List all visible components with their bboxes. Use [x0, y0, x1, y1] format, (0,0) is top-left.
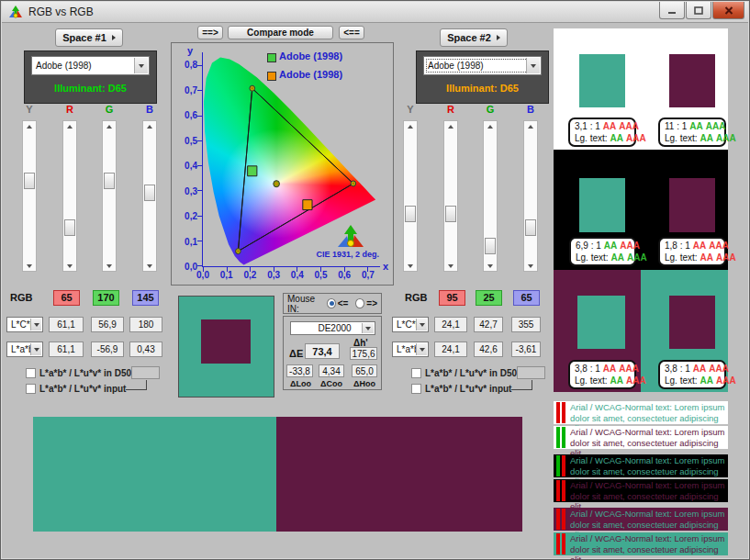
- copy-left-button[interactable]: <==: [339, 26, 364, 39]
- space1-slider-G[interactable]: [102, 120, 117, 272]
- connector-line: [532, 380, 532, 390]
- space2-slider-Y[interactable]: [403, 120, 418, 272]
- space2-slider-B[interactable]: [523, 120, 538, 272]
- space2-b-value: 65: [513, 290, 540, 306]
- space2-panel: Adobe (1998) Illuminant: D65: [416, 50, 549, 104]
- slider-up-arrow-icon[interactable]: [524, 121, 537, 131]
- menu-arrow-icon: [112, 35, 116, 40]
- slider-thumb[interactable]: [144, 185, 155, 201]
- mouse-in-right-radio[interactable]: [355, 298, 364, 308]
- aa-indicator-bar: [556, 455, 560, 476]
- slider-down-arrow-icon[interactable]: [484, 261, 497, 271]
- combo-arrow-icon[interactable]: [30, 319, 41, 330]
- delta-c-value: 4,34: [319, 364, 344, 377]
- space1-slider-label-R: R: [62, 104, 77, 115]
- space2-slider-R[interactable]: [443, 120, 458, 272]
- close-button[interactable]: [712, 2, 744, 19]
- compare-mode-button[interactable]: Compare mode: [228, 26, 333, 39]
- slider-down-arrow-icon[interactable]: [23, 261, 36, 271]
- delta-h00-value: 65,0: [352, 364, 377, 377]
- slider-up-arrow-icon[interactable]: [444, 121, 457, 131]
- contrast-badge-3: 6,9 : 1AAAAA Lg. text:AAAAA: [569, 237, 636, 266]
- space2-slider-G[interactable]: [483, 120, 498, 272]
- delta-metric-select[interactable]: DE2000: [290, 321, 375, 335]
- space1-mode2-select[interactable]: L*a*b*: [6, 342, 43, 357]
- space1-illuminant-label: Illuminant: D65: [25, 83, 156, 94]
- space2-lab-l: 24,1: [434, 342, 467, 357]
- cie-caption: CIE 1931, 2 deg.: [309, 250, 379, 259]
- slider-up-arrow-icon[interactable]: [143, 121, 156, 131]
- space2-colorspace-select[interactable]: Adobe (1998): [423, 56, 542, 75]
- blue-primary-marker-dot: [237, 251, 239, 252]
- space1-mode1-select[interactable]: L*C*h: [6, 317, 43, 332]
- aaa-indicator-bar: [562, 533, 565, 554]
- space1-menu-button[interactable]: Space #1: [55, 28, 123, 47]
- slider-thumb[interactable]: [24, 173, 35, 189]
- aaa-indicator-bar: [562, 402, 565, 423]
- connector-line: [511, 389, 532, 390]
- app-logo-icon: [8, 5, 23, 19]
- color1-swatch-on-black: [579, 178, 625, 232]
- color2-marker: [303, 200, 312, 210]
- space2-lch-h: 355: [511, 317, 541, 332]
- wcag-sample-row-3: Arial / WCAG-Normal text: Lorem ipsum do…: [554, 454, 728, 477]
- red-primary-marker-dot: [353, 183, 354, 185]
- space1-slider-Y[interactable]: [22, 120, 37, 272]
- space1-slider-R[interactable]: [62, 120, 77, 272]
- space2-menu-button[interactable]: Space #2: [440, 28, 508, 47]
- space1-slider-label-Y: Y: [22, 104, 37, 115]
- space2-d50-label: L*a*b* / L*u*v* in D50: [425, 368, 517, 378]
- space2-d50-checkbox[interactable]: [411, 368, 421, 378]
- combo-arrow-icon[interactable]: [134, 58, 148, 73]
- copy-right-button[interactable]: ==>: [197, 26, 223, 39]
- space1-r-value: 65: [53, 290, 80, 306]
- space2-luv-input-checkbox[interactable]: [411, 384, 421, 394]
- slider-up-arrow-icon[interactable]: [23, 121, 36, 131]
- slider-up-arrow-icon[interactable]: [484, 121, 497, 131]
- slider-up-arrow-icon[interactable]: [103, 121, 116, 131]
- combo-arrow-icon[interactable]: [362, 323, 374, 333]
- slider-thumb[interactable]: [64, 219, 75, 236]
- slider-thumb[interactable]: [445, 206, 456, 222]
- space1-d50-field[interactable]: [131, 366, 160, 379]
- slider-up-arrow-icon[interactable]: [63, 121, 76, 131]
- slider-down-arrow-icon[interactable]: [444, 261, 457, 271]
- slider-down-arrow-icon[interactable]: [524, 261, 537, 271]
- delta-l-label: ΔLoo: [287, 379, 314, 388]
- maximize-button[interactable]: [686, 2, 711, 19]
- slider-up-arrow-icon[interactable]: [404, 121, 417, 131]
- combo-arrow-icon[interactable]: [526, 58, 540, 73]
- space1-luv-input-checkbox[interactable]: [26, 384, 36, 394]
- slider-down-arrow-icon[interactable]: [63, 261, 76, 271]
- space1-slider-B[interactable]: [142, 120, 157, 272]
- mouse-in-right-label: =>: [366, 298, 377, 308]
- space1-d50-checkbox[interactable]: [26, 368, 36, 378]
- titlebar[interactable]: RGB vs RGB: [2, 2, 748, 23]
- space2-mode2-select[interactable]: L*a*b*: [392, 342, 429, 357]
- space1-colorspace-select[interactable]: Adobe (1998): [31, 56, 150, 75]
- connector-line: [146, 380, 147, 390]
- combo-arrow-icon[interactable]: [416, 343, 427, 355]
- x-axis-letter: x: [383, 261, 388, 272]
- slider-thumb[interactable]: [104, 173, 115, 189]
- menu-arrow-icon: [497, 35, 500, 40]
- y-axis-ticks: [197, 65, 202, 268]
- delta-l-value: -33,8: [286, 364, 313, 377]
- space1-menu-label: Space #1: [62, 32, 106, 43]
- slider-thumb[interactable]: [405, 206, 416, 222]
- space2-lch-c: 42,7: [474, 317, 503, 332]
- combo-arrow-icon[interactable]: [416, 319, 427, 330]
- mouse-in-left-radio[interactable]: [327, 298, 336, 308]
- slider-down-arrow-icon[interactable]: [143, 261, 156, 271]
- space1-lab-l: 61,1: [49, 342, 84, 357]
- minimize-button[interactable]: [659, 2, 685, 19]
- space1-lch-h: 180: [129, 317, 162, 332]
- space2-mode1-select[interactable]: L*C*h: [392, 317, 429, 332]
- slider-thumb[interactable]: [485, 238, 496, 254]
- slider-down-arrow-icon[interactable]: [103, 261, 116, 271]
- contrast-badge-2: 11 : 1AAAAA Lg. text:AAAAA: [658, 118, 726, 147]
- slider-thumb[interactable]: [525, 219, 536, 236]
- slider-down-arrow-icon[interactable]: [404, 261, 417, 271]
- space2-d50-field[interactable]: [517, 366, 545, 379]
- combo-arrow-icon[interactable]: [30, 343, 41, 355]
